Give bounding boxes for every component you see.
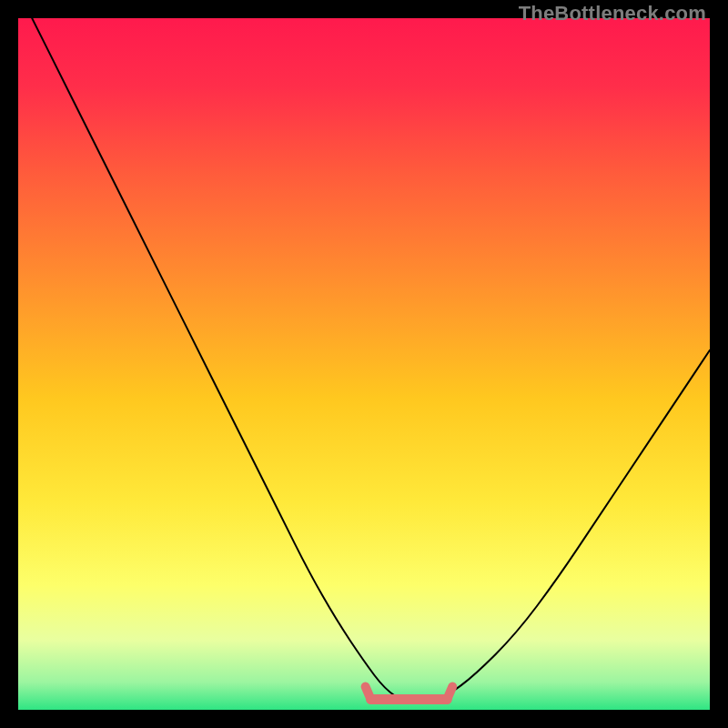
chart-frame — [18, 18, 710, 710]
watermark-label: TheBottleneck.com — [519, 2, 706, 25]
bottleneck-chart-canvas — [18, 18, 710, 710]
